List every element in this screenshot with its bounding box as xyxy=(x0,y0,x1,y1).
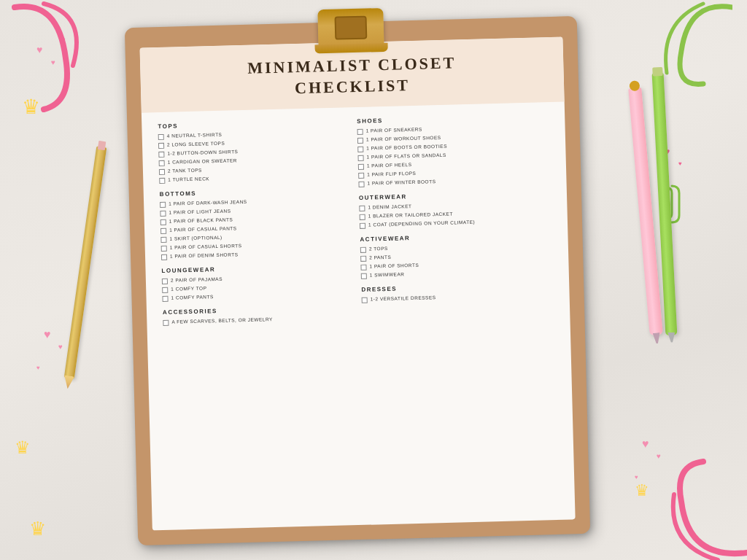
clipboard: MINIMALIST CLOSET CHECKLIST TOPS 4 NEUTR… xyxy=(125,16,590,545)
checkbox[interactable] xyxy=(163,320,169,326)
checklist-paper: MINIMALIST CLOSET CHECKLIST TOPS 4 NEUTR… xyxy=(140,37,576,531)
checkbox[interactable] xyxy=(160,237,166,243)
section-dresses-title: DRESSES xyxy=(361,281,553,293)
checkbox[interactable] xyxy=(160,211,166,217)
checkbox[interactable] xyxy=(357,147,363,152)
checkbox[interactable] xyxy=(162,296,168,302)
right-column: SHOES 1 PAIR OF SNEAKERS 1 PAIR OF WORKO… xyxy=(357,113,554,323)
checkbox[interactable] xyxy=(158,134,164,140)
checkbox[interactable] xyxy=(158,152,164,158)
checkbox[interactable] xyxy=(358,182,364,187)
checkbox[interactable] xyxy=(159,178,165,184)
checkbox[interactable] xyxy=(162,279,168,284)
checkbox[interactable] xyxy=(360,214,365,220)
section-shoes-title: SHOES xyxy=(357,113,549,125)
list-item: A FEW SCARVES, BELTS, OR JEWELRY xyxy=(163,314,355,326)
section-outerwear-title: OUTERWEAR xyxy=(359,190,551,201)
title-line2: CHECKLIST xyxy=(295,76,410,97)
checkbox[interactable] xyxy=(359,206,365,211)
checkbox[interactable] xyxy=(160,228,166,234)
checklist-title: MINIMALIST CLOSET CHECKLIST xyxy=(156,50,548,102)
checkbox[interactable] xyxy=(160,202,166,208)
checkbox[interactable] xyxy=(161,254,167,260)
section-loungewear-title: LOUNGEWEAR xyxy=(161,262,353,274)
list-item: 1-2 VERSATILE DRESSES xyxy=(362,292,554,303)
section-bottoms-title: BOTTOMS xyxy=(160,186,352,198)
checkbox[interactable] xyxy=(360,265,366,271)
checklist-columns: TOPS 4 NEUTRAL T-SHIRTS 2 LONG SLEEVE TO… xyxy=(158,113,554,328)
checkbox[interactable] xyxy=(161,246,167,252)
checkbox[interactable] xyxy=(158,143,164,149)
section-accessories-title: ACCESSORIES xyxy=(163,304,355,316)
title-line1: MINIMALIST CLOSET xyxy=(247,53,456,77)
checkbox[interactable] xyxy=(159,160,165,166)
checkbox[interactable] xyxy=(360,223,365,229)
checkbox[interactable] xyxy=(358,173,364,179)
checkbox[interactable] xyxy=(360,247,366,253)
checkbox[interactable] xyxy=(358,164,364,170)
section-activewear-title: ACTIVEWEAR xyxy=(360,231,551,243)
checkbox[interactable] xyxy=(162,287,168,293)
checkbox[interactable] xyxy=(160,219,166,225)
checkbox[interactable] xyxy=(360,256,366,262)
section-tops-title: TOPS xyxy=(158,118,349,130)
left-column: TOPS 4 NEUTRAL T-SHIRTS 2 LONG SLEEVE TO… xyxy=(158,118,355,328)
clipboard-clip xyxy=(317,8,384,50)
checkbox[interactable] xyxy=(159,169,165,175)
checkbox[interactable] xyxy=(362,298,368,303)
checkbox[interactable] xyxy=(357,138,363,144)
checkbox[interactable] xyxy=(357,129,363,135)
checkbox[interactable] xyxy=(361,273,367,279)
checkbox[interactable] xyxy=(358,155,364,161)
